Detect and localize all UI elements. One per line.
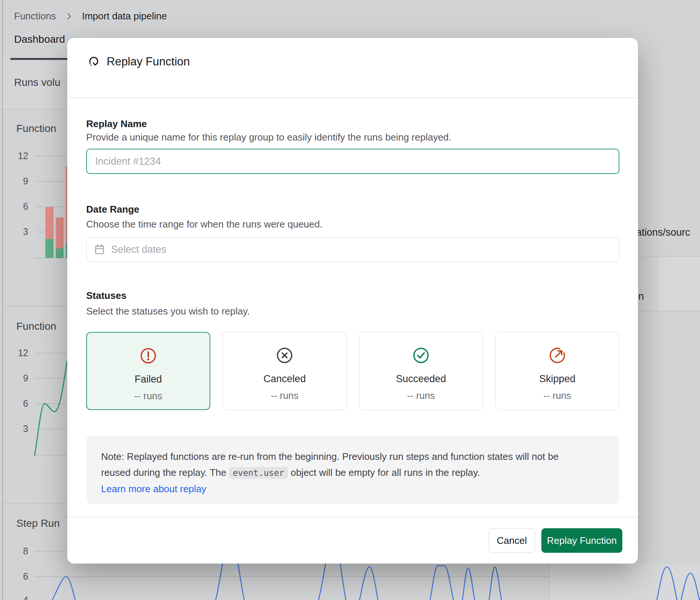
breadcrumb: Functions Import data pipeline [14, 10, 167, 22]
tab-dashboard[interactable]: Dashboard [14, 33, 65, 45]
status-card-count: -- runs [407, 390, 435, 401]
modal-footer-divider [67, 517, 638, 517]
panel-divider [3, 109, 67, 109]
modal-title: Replay Function [107, 55, 190, 68]
status-card-count: -- runs [270, 390, 298, 401]
date-range-description: Choose the time range for when the runs … [86, 219, 323, 230]
note-line1: Note: Replayed functions are re-run from… [101, 449, 605, 465]
status-card-count: -- runs [134, 390, 162, 402]
replay-name-input[interactable] [86, 149, 619, 174]
y-tick: 3 [15, 226, 28, 237]
breadcrumb-current-page: Import data pipeline [82, 10, 167, 22]
status-card-name: Failed [135, 374, 162, 385]
tab-active-underline [10, 58, 67, 60]
status-card-failed[interactable]: Failed -- runs [86, 332, 210, 410]
y-tick: 6 [15, 398, 28, 409]
right-panel-text: ations/sourc [636, 227, 690, 238]
runs-volume-title: Runs volu [14, 77, 61, 88]
bar-failed-segment [45, 207, 54, 239]
bar-succeeded-segment [56, 248, 64, 258]
note-line2-before: reused during the replay. The [101, 467, 229, 478]
note-line2-after: object will be empty for all runs in the… [288, 467, 480, 478]
status-card-count: -- runs [543, 390, 571, 401]
cancel-button[interactable]: Cancel [489, 528, 535, 553]
chevron-right-icon [64, 12, 74, 21]
bar-failed-segment [56, 217, 64, 248]
bar-succeeded-segment [45, 239, 54, 258]
y-tick: 9 [15, 176, 28, 187]
y-tick: 3 [15, 423, 28, 434]
code-chip: event.user [229, 467, 288, 479]
green-line-chart [33, 357, 67, 457]
x-circle-icon [276, 346, 294, 366]
statuses-description: Select the statuses you wish to replay. [86, 306, 250, 317]
y-tick: 12 [15, 151, 28, 161]
status-card-skipped[interactable]: Skipped -- runs [495, 332, 619, 410]
gridline [35, 156, 67, 157]
replay-icon [87, 55, 100, 69]
date-range-label: Date Range [86, 204, 139, 215]
replay-name-description: Provide a unique name for this replay gr… [86, 132, 451, 143]
panel-divider [3, 306, 67, 306]
statuses-label: Statuses [86, 290, 126, 301]
status-card-canceled[interactable]: Canceled -- runs [223, 332, 347, 410]
y-tick: 12 [15, 348, 28, 358]
function-chart1-title: Function [16, 123, 56, 135]
breadcrumb-functions[interactable]: Functions [14, 10, 56, 22]
modal-header-divider [67, 97, 638, 98]
y-tick: 9 [15, 373, 28, 384]
right-panel-divider [638, 311, 700, 312]
learn-more-link[interactable]: Learn more about replay [101, 481, 605, 497]
check-circle-icon [412, 346, 430, 366]
status-cards-row: Failed -- runs Canceled -- runs Succeede… [67, 332, 638, 410]
right-panel-block [658, 257, 700, 311]
replay-name-label: Replay Name [86, 118, 147, 130]
replay-function-modal: Replay Function Replay Name Provide a un… [67, 38, 638, 564]
status-card-name: Canceled [263, 373, 306, 385]
replay-function-button[interactable]: Replay Function [541, 528, 622, 553]
skip-circle-arrow-icon [548, 346, 566, 366]
status-card-name: Skipped [539, 373, 576, 385]
panel-divider [3, 503, 67, 504]
replay-note: Note: Replayed functions are re-run from… [86, 436, 619, 504]
function-chart2-title: Function [16, 320, 56, 332]
status-card-succeeded[interactable]: Succeeded -- runs [359, 332, 483, 410]
note-line2: reused during the replay. The event.user… [101, 465, 605, 481]
status-card-name: Succeeded [396, 373, 446, 385]
date-range-input[interactable] [86, 237, 619, 262]
gridline [35, 181, 67, 182]
alert-circle-icon [139, 347, 157, 366]
right-panel-text-fragment: n [638, 291, 644, 302]
gridline [35, 353, 67, 354]
y-tick: 6 [15, 201, 28, 212]
